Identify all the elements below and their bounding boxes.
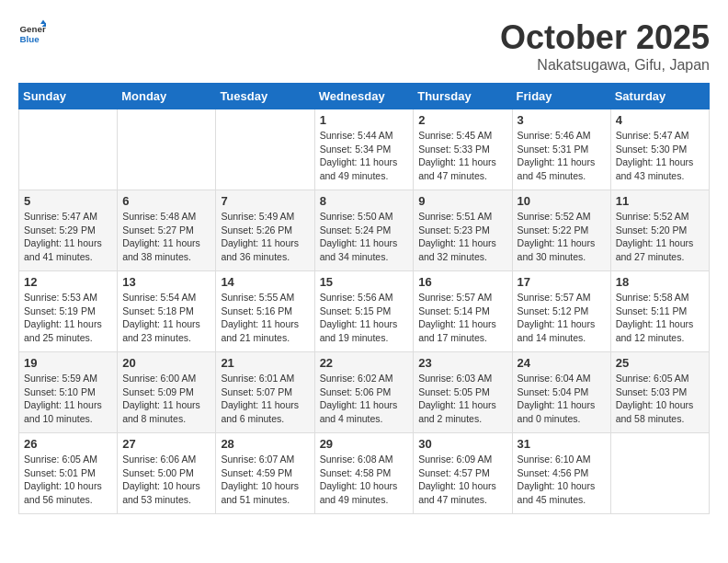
day-number: 27 bbox=[122, 437, 210, 451]
day-info: Sunrise: 6:07 AM Sunset: 4:59 PM Dayligh… bbox=[221, 453, 309, 507]
day-number: 16 bbox=[418, 275, 506, 289]
calendar-cell: 6Sunrise: 5:48 AM Sunset: 5:27 PM Daylig… bbox=[118, 190, 216, 271]
day-number: 19 bbox=[24, 356, 112, 370]
weekday-header-thursday: Thursday bbox=[414, 84, 512, 109]
day-info: Sunrise: 5:49 AM Sunset: 5:26 PM Dayligh… bbox=[221, 210, 309, 264]
day-number: 3 bbox=[518, 113, 606, 127]
day-info: Sunrise: 6:05 AM Sunset: 5:01 PM Dayligh… bbox=[24, 453, 112, 507]
day-number: 21 bbox=[221, 356, 309, 370]
calendar-cell: 15Sunrise: 5:56 AM Sunset: 5:15 PM Dayli… bbox=[314, 271, 414, 352]
day-number: 1 bbox=[320, 113, 409, 127]
day-number: 31 bbox=[518, 437, 606, 451]
location-title: Nakatsugawa, Gifu, Japan bbox=[500, 57, 710, 74]
day-info: Sunrise: 5:48 AM Sunset: 5:27 PM Dayligh… bbox=[122, 210, 210, 264]
calendar-week-row: 26Sunrise: 6:05 AM Sunset: 5:01 PM Dayli… bbox=[19, 433, 710, 514]
day-number: 9 bbox=[418, 194, 506, 208]
day-info: Sunrise: 5:47 AM Sunset: 5:29 PM Dayligh… bbox=[24, 210, 112, 264]
day-info: Sunrise: 5:56 AM Sunset: 5:15 PM Dayligh… bbox=[320, 291, 409, 345]
calendar-cell bbox=[118, 109, 216, 190]
day-info: Sunrise: 5:44 AM Sunset: 5:34 PM Dayligh… bbox=[320, 129, 409, 183]
calendar-cell: 3Sunrise: 5:46 AM Sunset: 5:31 PM Daylig… bbox=[512, 109, 610, 190]
day-number: 5 bbox=[24, 194, 112, 208]
day-info: Sunrise: 5:54 AM Sunset: 5:18 PM Dayligh… bbox=[122, 291, 210, 345]
day-info: Sunrise: 6:02 AM Sunset: 5:06 PM Dayligh… bbox=[320, 372, 409, 426]
day-info: Sunrise: 6:00 AM Sunset: 5:09 PM Dayligh… bbox=[122, 372, 210, 426]
calendar-cell bbox=[216, 109, 314, 190]
weekday-header-row: SundayMondayTuesdayWednesdayThursdayFrid… bbox=[19, 84, 710, 109]
day-number: 26 bbox=[24, 437, 112, 451]
day-info: Sunrise: 6:08 AM Sunset: 4:58 PM Dayligh… bbox=[320, 453, 409, 507]
day-number: 11 bbox=[616, 194, 704, 208]
calendar-cell: 28Sunrise: 6:07 AM Sunset: 4:59 PM Dayli… bbox=[216, 433, 314, 514]
calendar-cell: 20Sunrise: 6:00 AM Sunset: 5:09 PM Dayli… bbox=[118, 352, 216, 433]
day-info: Sunrise: 5:53 AM Sunset: 5:19 PM Dayligh… bbox=[24, 291, 112, 345]
weekday-header-saturday: Saturday bbox=[610, 84, 709, 109]
day-info: Sunrise: 5:52 AM Sunset: 5:20 PM Dayligh… bbox=[616, 210, 704, 264]
calendar-cell bbox=[19, 109, 118, 190]
calendar-cell: 14Sunrise: 5:55 AM Sunset: 5:16 PM Dayli… bbox=[216, 271, 314, 352]
calendar-cell: 7Sunrise: 5:49 AM Sunset: 5:26 PM Daylig… bbox=[216, 190, 314, 271]
day-info: Sunrise: 5:45 AM Sunset: 5:33 PM Dayligh… bbox=[418, 129, 506, 183]
svg-marker-2 bbox=[40, 20, 46, 25]
day-info: Sunrise: 5:46 AM Sunset: 5:31 PM Dayligh… bbox=[518, 129, 606, 183]
day-number: 29 bbox=[320, 437, 409, 451]
day-number: 12 bbox=[24, 275, 112, 289]
calendar-cell: 24Sunrise: 6:04 AM Sunset: 5:04 PM Dayli… bbox=[512, 352, 610, 433]
day-info: Sunrise: 6:09 AM Sunset: 4:57 PM Dayligh… bbox=[418, 453, 506, 507]
day-info: Sunrise: 6:05 AM Sunset: 5:03 PM Dayligh… bbox=[616, 372, 704, 426]
day-info: Sunrise: 6:06 AM Sunset: 5:00 PM Dayligh… bbox=[122, 453, 210, 507]
calendar-cell: 27Sunrise: 6:06 AM Sunset: 5:00 PM Dayli… bbox=[118, 433, 216, 514]
day-number: 6 bbox=[122, 194, 210, 208]
day-info: Sunrise: 5:55 AM Sunset: 5:16 PM Dayligh… bbox=[221, 291, 309, 345]
calendar-cell: 26Sunrise: 6:05 AM Sunset: 5:01 PM Dayli… bbox=[19, 433, 118, 514]
calendar-cell: 13Sunrise: 5:54 AM Sunset: 5:18 PM Dayli… bbox=[118, 271, 216, 352]
calendar-cell: 31Sunrise: 6:10 AM Sunset: 4:56 PM Dayli… bbox=[512, 433, 610, 514]
calendar-cell: 5Sunrise: 5:47 AM Sunset: 5:29 PM Daylig… bbox=[19, 190, 118, 271]
calendar-cell bbox=[610, 433, 709, 514]
title-section: October 2025 Nakatsugawa, Gifu, Japan bbox=[500, 18, 710, 74]
day-number: 23 bbox=[418, 356, 506, 370]
day-info: Sunrise: 6:01 AM Sunset: 5:07 PM Dayligh… bbox=[221, 372, 309, 426]
calendar-week-row: 1Sunrise: 5:44 AM Sunset: 5:34 PM Daylig… bbox=[19, 109, 710, 190]
logo: General Blue bbox=[18, 18, 46, 46]
day-info: Sunrise: 5:57 AM Sunset: 5:12 PM Dayligh… bbox=[518, 291, 606, 345]
calendar-cell: 21Sunrise: 6:01 AM Sunset: 5:07 PM Dayli… bbox=[216, 352, 314, 433]
calendar-cell: 30Sunrise: 6:09 AM Sunset: 4:57 PM Dayli… bbox=[414, 433, 512, 514]
calendar-cell: 19Sunrise: 5:59 AM Sunset: 5:10 PM Dayli… bbox=[19, 352, 118, 433]
calendar-cell: 25Sunrise: 6:05 AM Sunset: 5:03 PM Dayli… bbox=[610, 352, 709, 433]
calendar-week-row: 12Sunrise: 5:53 AM Sunset: 5:19 PM Dayli… bbox=[19, 271, 710, 352]
calendar-cell: 29Sunrise: 6:08 AM Sunset: 4:58 PM Dayli… bbox=[314, 433, 414, 514]
calendar-cell: 16Sunrise: 5:57 AM Sunset: 5:14 PM Dayli… bbox=[414, 271, 512, 352]
logo-icon: General Blue bbox=[18, 18, 46, 46]
calendar-cell: 23Sunrise: 6:03 AM Sunset: 5:05 PM Dayli… bbox=[414, 352, 512, 433]
day-info: Sunrise: 5:52 AM Sunset: 5:22 PM Dayligh… bbox=[518, 210, 606, 264]
calendar-cell: 12Sunrise: 5:53 AM Sunset: 5:19 PM Dayli… bbox=[19, 271, 118, 352]
day-number: 25 bbox=[616, 356, 704, 370]
calendar-cell: 2Sunrise: 5:45 AM Sunset: 5:33 PM Daylig… bbox=[414, 109, 512, 190]
calendar-cell: 1Sunrise: 5:44 AM Sunset: 5:34 PM Daylig… bbox=[314, 109, 414, 190]
day-number: 28 bbox=[221, 437, 309, 451]
day-info: Sunrise: 5:57 AM Sunset: 5:14 PM Dayligh… bbox=[418, 291, 506, 345]
weekday-header-monday: Monday bbox=[118, 84, 216, 109]
weekday-header-tuesday: Tuesday bbox=[216, 84, 314, 109]
weekday-header-sunday: Sunday bbox=[19, 84, 118, 109]
day-number: 20 bbox=[122, 356, 210, 370]
svg-text:Blue: Blue bbox=[20, 34, 40, 44]
day-number: 17 bbox=[518, 275, 606, 289]
calendar-cell: 8Sunrise: 5:50 AM Sunset: 5:24 PM Daylig… bbox=[314, 190, 414, 271]
calendar-week-row: 19Sunrise: 5:59 AM Sunset: 5:10 PM Dayli… bbox=[19, 352, 710, 433]
day-info: Sunrise: 6:10 AM Sunset: 4:56 PM Dayligh… bbox=[518, 453, 606, 507]
calendar-cell: 11Sunrise: 5:52 AM Sunset: 5:20 PM Dayli… bbox=[610, 190, 709, 271]
day-number: 14 bbox=[221, 275, 309, 289]
weekday-header-friday: Friday bbox=[512, 84, 610, 109]
day-number: 8 bbox=[320, 194, 409, 208]
day-info: Sunrise: 5:59 AM Sunset: 5:10 PM Dayligh… bbox=[24, 372, 112, 426]
day-number: 15 bbox=[320, 275, 409, 289]
calendar-cell: 22Sunrise: 6:02 AM Sunset: 5:06 PM Dayli… bbox=[314, 352, 414, 433]
day-number: 7 bbox=[221, 194, 309, 208]
calendar-cell: 10Sunrise: 5:52 AM Sunset: 5:22 PM Dayli… bbox=[512, 190, 610, 271]
day-number: 18 bbox=[616, 275, 704, 289]
day-number: 22 bbox=[320, 356, 409, 370]
day-number: 30 bbox=[418, 437, 506, 451]
day-number: 24 bbox=[518, 356, 606, 370]
